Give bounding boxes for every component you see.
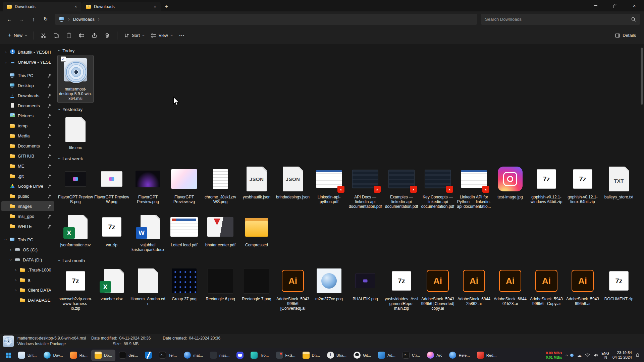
expander-chevron-icon[interactable]: › bbox=[4, 50, 7, 55]
sidebar-pinned-item[interactable]: msi_gpo bbox=[1, 211, 54, 221]
sidebar-pinned-item[interactable]: Google Drive bbox=[1, 181, 54, 191]
maximize-restore-button[interactable] bbox=[605, 0, 625, 11]
sidebar-pinned-item[interactable]: This PC bbox=[1, 70, 54, 80]
file-tile[interactable]: ✓ chrome_J8sk1zrvWS.png bbox=[202, 163, 238, 206]
file-tile[interactable]: ✓ DOCUMENT.zip bbox=[601, 265, 637, 303]
file-tile[interactable]: ✓ saveweb2zip-com-www-harness-io.zip bbox=[57, 265, 94, 313]
expander-chevron-icon[interactable]: › bbox=[4, 60, 7, 65]
see-more-button[interactable]: ••• bbox=[176, 29, 189, 42]
expander-chevron-icon[interactable]: › bbox=[14, 267, 17, 273]
file-tile[interactable]: ✓ test-image.jpg bbox=[492, 163, 528, 201]
breadcrumb[interactable]: › Downloads › bbox=[55, 14, 477, 25]
taskbar-app[interactable] bbox=[142, 350, 155, 361]
sidebar-pinned-item[interactable]: Desktop bbox=[1, 80, 54, 90]
collapse-chevron-icon[interactable]: › bbox=[57, 158, 62, 159]
onedrive-icon[interactable]: ☁ bbox=[577, 353, 582, 358]
file-tile[interactable]: ✓ FlavorGPT Preview W.png bbox=[94, 163, 130, 206]
file-tile[interactable]: ✓ bhatar center.pdf bbox=[202, 211, 238, 249]
taskbar-app[interactable]: C:\... bbox=[399, 350, 423, 361]
file-tile[interactable]: ✓ Compressed bbox=[238, 211, 275, 249]
new-button[interactable]: + New › bbox=[5, 30, 30, 41]
taskbar-app[interactable]: des... bbox=[116, 350, 141, 361]
taskbar-app[interactable]: Rele... bbox=[446, 350, 473, 361]
file-tile[interactable]: ✓ vajubhai krishanapark.docx bbox=[130, 211, 166, 254]
sidebar-tree-item[interactable]: › .Trash-1000 bbox=[1, 265, 54, 275]
cut-button[interactable] bbox=[37, 29, 50, 42]
up-button[interactable]: ↑ bbox=[28, 14, 39, 24]
copy-button[interactable] bbox=[50, 29, 63, 42]
back-button[interactable]: ← bbox=[4, 14, 15, 24]
paste-button[interactable] bbox=[63, 29, 75, 42]
details-pane-toggle[interactable]: Details bbox=[611, 31, 639, 41]
sidebar-tree-item[interactable]: › DATA (D:) bbox=[1, 255, 54, 265]
close-button[interactable]: × bbox=[625, 0, 644, 11]
taskbar-app[interactable]: mat... bbox=[180, 350, 206, 361]
group-header[interactable]: › Yesterday bbox=[57, 103, 639, 114]
delete-button[interactable] bbox=[101, 29, 114, 42]
taskbar-app[interactable]: D:\... bbox=[299, 350, 323, 361]
expander-chevron-icon[interactable]: › bbox=[8, 258, 13, 261]
taskbar-app[interactable]: Ter... bbox=[156, 350, 180, 361]
sidebar-cloud-item[interactable]: › Bhautik - YESBH bbox=[1, 47, 54, 57]
file-tile[interactable]: ✓ baileys_store.txt bbox=[601, 163, 637, 201]
forward-button[interactable]: → bbox=[16, 14, 27, 24]
sidebar-pinned-item[interactable]: Documents bbox=[1, 101, 54, 111]
taskbar-app[interactable]: Do... bbox=[91, 350, 115, 361]
expander-chevron-icon[interactable]: › bbox=[14, 288, 17, 293]
file-tile[interactable]: ✓ AdobeStock_594399656 [Converted] copy.… bbox=[420, 265, 456, 313]
file-tile[interactable]: ✓ yesbhautik.json bbox=[238, 163, 275, 201]
breadcrumb-item[interactable]: Downloads bbox=[73, 17, 95, 22]
file-tile[interactable]: ✓ LinkedIn API for Python — linkedin-api… bbox=[456, 163, 492, 211]
file-tile[interactable]: ✓ AdobeStock_594399656.ai bbox=[565, 265, 601, 308]
sidebar-pinned-item[interactable]: ME bbox=[1, 161, 54, 171]
taskbar-app[interactable]: Unt... bbox=[15, 350, 40, 361]
file-tile[interactable]: ✓ Key Concepts — linkedin-api documentat… bbox=[420, 163, 456, 211]
sidebar-cloud-item[interactable]: › OneDrive - YESE bbox=[1, 57, 54, 67]
scrollbar-thumb[interactable] bbox=[641, 48, 643, 105]
taskbar-app[interactable]: niss... bbox=[207, 350, 233, 361]
file-tile[interactable]: ✓ LetterHead.pdf bbox=[166, 211, 202, 249]
group-header[interactable]: › Today bbox=[57, 44, 639, 55]
sidebar-pinned-item[interactable]: temp bbox=[1, 121, 54, 131]
sidebar-pinned-item[interactable]: Media bbox=[1, 131, 54, 141]
notification-bell-icon[interactable] bbox=[635, 353, 640, 358]
hidden-icons-chevron[interactable]: › bbox=[564, 354, 569, 356]
file-tile[interactable]: ✓ AdobeStock_594399656 [Converted].ai bbox=[275, 265, 311, 313]
sidebar-pinned-item[interactable]: WHITE bbox=[1, 221, 54, 231]
sidebar-tree-item[interactable]: › Client DATA bbox=[1, 285, 54, 295]
view-button[interactable]: View › bbox=[148, 31, 176, 41]
file-tile[interactable]: ✓ BHAUTIK.png bbox=[347, 265, 383, 303]
taskbar-app[interactable]: Git... bbox=[350, 350, 374, 361]
file-tile[interactable]: ✓ Rectangle 7.png bbox=[238, 265, 275, 303]
collapse-chevron-icon[interactable]: › bbox=[57, 50, 62, 51]
file-tile[interactable]: ✓ gophish-v0.12.1-windows-64bit.zip bbox=[528, 163, 565, 206]
file-tile[interactable]: ✓ API Docs — linkedin-api documentation.… bbox=[347, 163, 383, 211]
tab-close-icon[interactable]: × bbox=[152, 4, 158, 10]
file-tile[interactable]: ✓ AdobeStock_684401528.ai bbox=[492, 265, 528, 308]
file-tile[interactable]: ✓ wa.zip bbox=[94, 211, 130, 249]
tray-app-icon[interactable] bbox=[570, 354, 574, 357]
clock[interactable]: 23:19:54 04-11-2024 bbox=[612, 351, 632, 360]
file-tile[interactable]: ✓ Linkedin-api-python.pdf bbox=[311, 163, 347, 206]
group-header[interactable]: › Last month bbox=[57, 254, 639, 265]
scrollbar[interactable] bbox=[641, 46, 643, 333]
share-button[interactable] bbox=[88, 29, 101, 42]
file-tile[interactable]: ✓ yashvidotdev_AssignmentRepo-main.zip bbox=[383, 265, 420, 313]
sidebar-pinned-item[interactable]: .git bbox=[1, 171, 54, 181]
file-tile[interactable]: ✓ Group 37.png bbox=[166, 265, 202, 303]
refresh-button[interactable]: ↻ bbox=[40, 14, 51, 24]
sidebar-pinned-item[interactable]: public bbox=[1, 191, 54, 201]
tab-close-icon[interactable]: × bbox=[73, 4, 79, 10]
sidebar-pinned-item[interactable]: Pictures bbox=[1, 111, 54, 121]
new-tab-button[interactable]: + bbox=[161, 2, 172, 11]
rename-button[interactable] bbox=[75, 29, 88, 42]
sidebar-tree-item[interactable]: › OS (C:) bbox=[1, 245, 54, 255]
file-tile[interactable]: ✓ gophish-v0.12.1-linux-64bit.zip bbox=[565, 163, 601, 206]
taskbar-app[interactable]: Tro... bbox=[247, 350, 272, 361]
file-tile[interactable]: ✓ FlavorGPT Preview.svg bbox=[166, 163, 202, 206]
search-input[interactable] bbox=[485, 17, 631, 22]
collapse-chevron-icon[interactable]: › bbox=[57, 260, 62, 261]
sort-button[interactable]: Sort › bbox=[121, 31, 148, 41]
file-tile[interactable]: ✓ voucher.xlsx bbox=[94, 265, 130, 303]
expander-chevron-icon[interactable]: › bbox=[9, 247, 12, 252]
